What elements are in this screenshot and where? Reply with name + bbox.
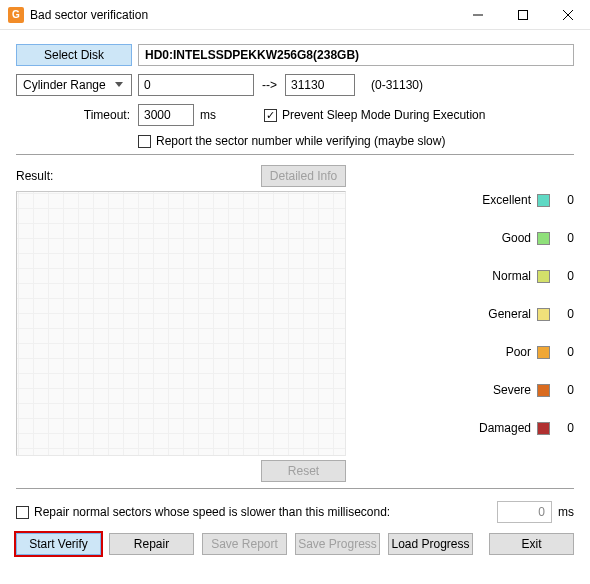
timeout-label: Timeout: bbox=[16, 108, 134, 122]
legend-row-normal: Normal0 bbox=[450, 265, 574, 287]
legend-name: Severe bbox=[493, 383, 531, 397]
disk-display: HD0:INTELSSDPEKKW256G8(238GB) bbox=[138, 44, 574, 66]
legend-swatch bbox=[537, 346, 550, 359]
range-mode-combo[interactable]: Cylinder Range bbox=[16, 74, 132, 96]
legend-value: 0 bbox=[560, 193, 574, 207]
legend-value: 0 bbox=[560, 231, 574, 245]
app-icon: G bbox=[8, 7, 24, 23]
save-progress-button[interactable]: Save Progress bbox=[295, 533, 380, 555]
legend-value: 0 bbox=[560, 421, 574, 435]
legend-swatch bbox=[537, 422, 550, 435]
legend-row-damaged: Damaged0 bbox=[450, 417, 574, 439]
repair-slow-unit: ms bbox=[558, 505, 574, 519]
maximize-button[interactable] bbox=[500, 0, 545, 30]
repair-slow-checkbox[interactable] bbox=[16, 506, 29, 519]
range-mode-value: Cylinder Range bbox=[23, 78, 111, 92]
legend-row-severe: Severe0 bbox=[450, 379, 574, 401]
load-progress-button[interactable]: Load Progress bbox=[388, 533, 473, 555]
range-to-input[interactable]: 31130 bbox=[285, 74, 355, 96]
legend-value: 0 bbox=[560, 383, 574, 397]
legend-name: Good bbox=[502, 231, 531, 245]
reset-button[interactable]: Reset bbox=[261, 460, 346, 482]
range-from-input[interactable]: 0 bbox=[138, 74, 254, 96]
timeout-input[interactable]: 3000 bbox=[138, 104, 194, 126]
repair-slow-label: Repair normal sectors whose speed is slo… bbox=[34, 505, 390, 519]
prevent-sleep-label: Prevent Sleep Mode During Execution bbox=[282, 108, 485, 122]
legend-swatch bbox=[537, 194, 550, 207]
start-verify-button[interactable]: Start Verify bbox=[16, 533, 101, 555]
legend-row-poor: Poor0 bbox=[450, 341, 574, 363]
legend-swatch bbox=[537, 384, 550, 397]
window-title: Bad sector verification bbox=[30, 8, 455, 22]
minimize-button[interactable] bbox=[455, 0, 500, 30]
legend-value: 0 bbox=[560, 269, 574, 283]
legend-swatch bbox=[537, 232, 550, 245]
titlebar: G Bad sector verification bbox=[0, 0, 590, 30]
result-label: Result: bbox=[16, 169, 261, 183]
svg-rect-1 bbox=[518, 10, 527, 19]
divider-2 bbox=[16, 488, 574, 489]
prevent-sleep-checkbox[interactable] bbox=[264, 109, 277, 122]
legend-name: General bbox=[488, 307, 531, 321]
quality-legend: Excellent0Good0Normal0General0Poor0Sever… bbox=[360, 165, 574, 482]
legend-name: Excellent bbox=[482, 193, 531, 207]
legend-value: 0 bbox=[560, 307, 574, 321]
content-area: Select Disk HD0:INTELSSDPEKKW256G8(238GB… bbox=[0, 30, 590, 565]
legend-name: Damaged bbox=[479, 421, 531, 435]
legend-row-excellent: Excellent0 bbox=[450, 189, 574, 211]
range-hint: (0-31130) bbox=[371, 78, 423, 92]
save-report-button[interactable]: Save Report bbox=[202, 533, 287, 555]
legend-row-general: General0 bbox=[450, 303, 574, 325]
close-button[interactable] bbox=[545, 0, 590, 30]
repair-button[interactable]: Repair bbox=[109, 533, 194, 555]
legend-value: 0 bbox=[560, 345, 574, 359]
chevron-down-icon bbox=[111, 76, 127, 94]
legend-swatch bbox=[537, 270, 550, 283]
legend-swatch bbox=[537, 308, 550, 321]
sector-grid bbox=[16, 191, 346, 456]
report-sector-checkbox[interactable] bbox=[138, 135, 151, 148]
timeout-unit: ms bbox=[200, 108, 216, 122]
repair-slow-ms-input[interactable]: 0 bbox=[497, 501, 552, 523]
legend-name: Poor bbox=[506, 345, 531, 359]
detailed-info-button[interactable]: Detailed Info bbox=[261, 165, 346, 187]
divider bbox=[16, 154, 574, 155]
select-disk-button[interactable]: Select Disk bbox=[16, 44, 132, 66]
legend-name: Normal bbox=[492, 269, 531, 283]
report-sector-label: Report the sector number while verifying… bbox=[156, 134, 445, 148]
legend-row-good: Good0 bbox=[450, 227, 574, 249]
exit-button[interactable]: Exit bbox=[489, 533, 574, 555]
range-arrow-label: --> bbox=[262, 78, 277, 92]
